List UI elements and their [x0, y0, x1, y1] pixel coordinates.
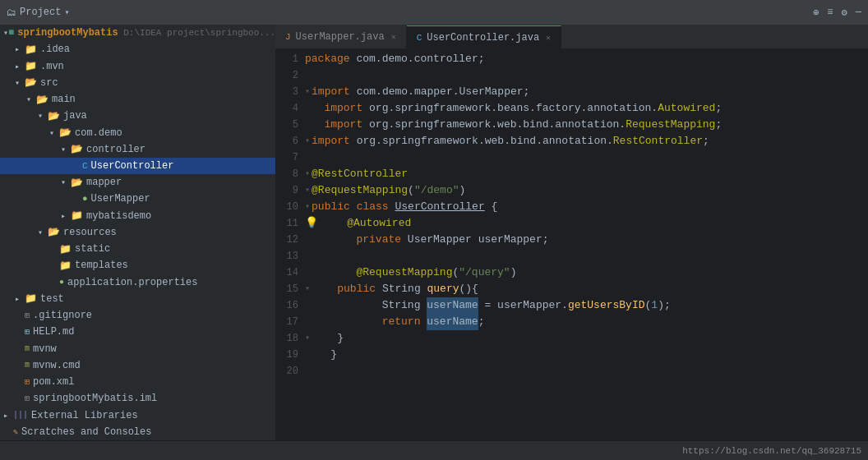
- sidebar-item-mapper[interactable]: ▾ 📂 mapper: [0, 174, 275, 191]
- sidebar-label-gitignore: .gitignore: [33, 310, 92, 321]
- sidebar-item-usercontroller[interactable]: C UserController: [0, 158, 275, 174]
- sidebar-label-mapper: mapper: [86, 177, 122, 188]
- fold-icon-15[interactable]: ▾: [305, 281, 310, 297]
- sidebar-item-mybatisdemo[interactable]: ▸ 📁 mybatisdemo: [0, 208, 275, 224]
- sidebar-item-scratches[interactable]: ✎ Scratches and Consoles: [0, 424, 275, 440]
- props-icon-appprops: ●: [59, 278, 64, 287]
- fold-icon-18[interactable]: ▾: [305, 330, 310, 347]
- sidebar-item-java[interactable]: ▾ 📂 java: [0, 108, 275, 124]
- ln-4: 4: [275, 100, 298, 117]
- sidebar-label-controller: controller: [86, 144, 145, 155]
- method-getusersbyid: getUsersByID: [568, 297, 645, 314]
- sidebar-item-resources[interactable]: ▾ 📂 resources: [0, 224, 275, 241]
- method-query: query: [427, 281, 459, 297]
- fold-icon-6[interactable]: ▾: [305, 133, 310, 150]
- sidebar-label-appprops: application.properties: [67, 277, 197, 288]
- icon-diff[interactable]: ≡: [827, 7, 833, 19]
- sidebar-item-iml[interactable]: ⊞ springbootMybatis.iml: [0, 390, 275, 407]
- sidebar-item-root[interactable]: ▾ ■ springbootMybatis D:\IDEA project\sp…: [0, 25, 275, 41]
- md-icon: ⊞: [25, 327, 30, 337]
- ln-17: 17: [275, 314, 298, 330]
- project-label: Project: [20, 7, 61, 18]
- ln-15: 15: [275, 281, 298, 297]
- sidebar-item-static[interactable]: 📁 static: [0, 241, 275, 257]
- icon-settings[interactable]: ⚙: [842, 7, 847, 19]
- fold-icon-10[interactable]: ▾: [305, 199, 310, 215]
- icon-layout[interactable]: ⊕: [813, 7, 819, 19]
- line-numbers: 1 2 3 4 5 6 7 8 9 10 11 12 13 14 15 16 1: [275, 51, 305, 440]
- folder-icon-mybatisdemo: 📁: [71, 209, 83, 222]
- ln-6: 6: [275, 133, 298, 150]
- code-line-20: [305, 363, 861, 380]
- sidebar-label-test: test: [40, 293, 64, 305]
- code-line-18: ▾ }: [305, 330, 861, 347]
- sidebar-path-root: D:\IDEA project\springboo...: [118, 28, 275, 38]
- ln-9: 9: [275, 182, 298, 199]
- kw-private-12: private: [356, 232, 401, 248]
- close-icon-usercontroller[interactable]: ✕: [546, 33, 551, 43]
- ann-requestmapping-14: @RequestMapping: [356, 264, 452, 281]
- sidebar-label-helpmd: HELP.md: [33, 326, 74, 338]
- sidebar-item-mvn[interactable]: ▸ 📁 .mvn: [0, 58, 275, 74]
- mvn-icon-mvnwcmd: m: [25, 361, 30, 370]
- sidebar-item-idea[interactable]: ▸ 📁 .idea: [0, 41, 275, 58]
- sidebar-item-controller[interactable]: ▾ 📂 controller: [0, 141, 275, 158]
- code-line-1: package com.demo.controller;: [305, 51, 861, 67]
- project-folder-icon: ■: [8, 27, 14, 39]
- sidebar-item-mvnw[interactable]: m mvnw: [0, 340, 275, 356]
- sidebar-item-appprops[interactable]: ● application.properties: [0, 274, 275, 291]
- ln-7: 7: [275, 150, 298, 166]
- sidebar-label-usercontroller: UserController: [91, 160, 174, 172]
- folder-icon-static: 📁: [59, 243, 72, 255]
- kw-public-15: public: [337, 281, 376, 297]
- folder-icon-templates: 📁: [59, 260, 72, 272]
- ln-5: 5: [275, 117, 298, 133]
- sidebar-item-gitignore[interactable]: ⊞ .gitignore: [0, 307, 275, 324]
- ln-18: 18: [275, 330, 298, 347]
- sidebar-item-test[interactable]: ▸ 📁 test: [0, 291, 275, 307]
- sidebar-item-helpmd[interactable]: ⊞ HELP.md: [0, 324, 275, 340]
- sidebar-item-pomxml[interactable]: ⊞ pom.xml: [0, 374, 275, 390]
- var-usermapper: userMapper: [478, 232, 542, 248]
- sidebar-item-usermapper[interactable]: ● UserMapper: [0, 191, 275, 207]
- code-line-15: ▾ public String query(){: [305, 281, 861, 297]
- project-dropdown-arrow[interactable]: ▾: [64, 7, 69, 17]
- sidebar-item-main[interactable]: ▾ 📂 main: [0, 91, 275, 108]
- code-content: 1 2 3 4 5 6 7 8 9 10 11 12 13 14 15 16 1: [275, 49, 868, 440]
- ln-10: 10: [275, 199, 298, 215]
- sidebar-label-iml: springbootMybatis.iml: [33, 393, 157, 404]
- blog-url: https://blog.csdn.net/qq_36928715: [682, 446, 861, 456]
- bulb-icon-11[interactable]: 💡: [305, 215, 318, 232]
- tab-usermapper[interactable]: J UserMapper.java ✕: [275, 25, 407, 48]
- sidebar-label-static: static: [75, 243, 110, 255]
- sidebar-label-main: main: [52, 94, 76, 105]
- sidebar-label-root: springbootMybatis: [17, 27, 118, 39]
- fold-icon-3[interactable]: ▾: [305, 84, 310, 100]
- folder-icon-main: 📂: [36, 94, 48, 106]
- code-area[interactable]: 1 2 3 4 5 6 7 8 9 10 11 12 13 14 15 16 1: [275, 49, 868, 440]
- ln-12: 12: [275, 232, 298, 248]
- java-c-icon-tab: C: [417, 33, 422, 43]
- code-line-2: [305, 67, 861, 84]
- title-bar: 🗂 Project ▾ ⊕ ≡ ⚙ —: [0, 0, 868, 25]
- fold-icon-9[interactable]: ▾: [305, 182, 310, 199]
- bottom-bar: https://blog.csdn.net/qq_36928715: [0, 440, 868, 460]
- code-line-16: String userName = userMapper.getUsersByI…: [305, 297, 861, 314]
- sidebar-item-comdemo[interactable]: ▾ 📂 com.demo: [0, 124, 275, 140]
- sidebar-item-templates[interactable]: 📁 templates: [0, 257, 275, 274]
- close-icon-usermapper[interactable]: ✕: [391, 32, 396, 42]
- project-title[interactable]: 🗂 Project ▾: [7, 7, 69, 19]
- code-line-5: import org.springframework.web.bind.anno…: [305, 117, 861, 133]
- sidebar-item-src[interactable]: ▾ 📂 src: [0, 75, 275, 91]
- tab-usercontroller[interactable]: C UserController.java ✕: [407, 25, 561, 48]
- fold-icon-8[interactable]: ▾: [305, 166, 310, 182]
- sidebar-label-comdemo: com.demo: [75, 127, 122, 139]
- sidebar-item-extlibs[interactable]: ▸ ||| External Libraries: [0, 407, 275, 423]
- sidebar-item-mvnwcmd[interactable]: m mvnw.cmd: [0, 357, 275, 374]
- ann-restcontroller: @RestController: [312, 166, 408, 182]
- sidebar-label-mvn: .mvn: [40, 61, 64, 72]
- sidebar-label-src: src: [40, 77, 58, 89]
- ln-3: 3: [275, 84, 298, 100]
- icon-minimize[interactable]: —: [856, 7, 861, 19]
- scratches-icon: ✎: [13, 427, 18, 437]
